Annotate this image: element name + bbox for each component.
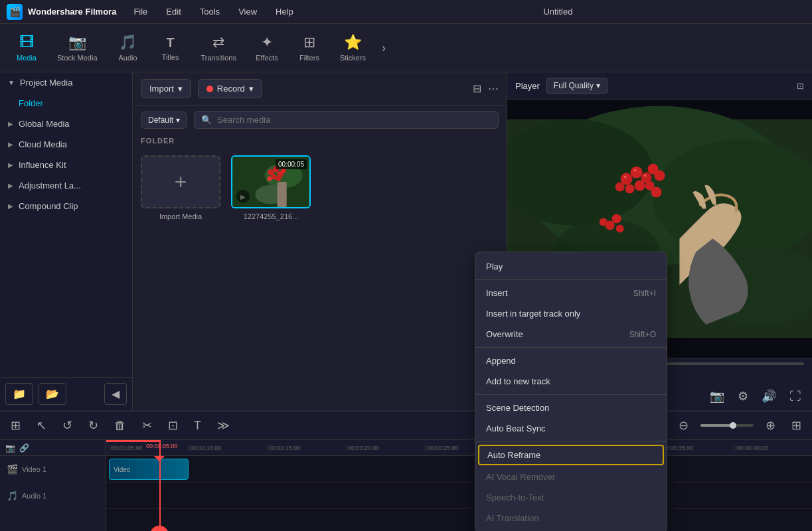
list-item[interactable]: 00:00:05 ▶ 12274255_216... xyxy=(231,155,311,220)
filters-icon: ⊞ xyxy=(303,34,315,51)
timeline-red-bar xyxy=(106,440,159,442)
more-options-icon[interactable]: ⋯ xyxy=(488,82,499,95)
filter-icon[interactable]: ⊟ xyxy=(473,82,481,95)
menu-tools[interactable]: Tools xyxy=(196,4,224,19)
timeline-select-button[interactable]: ↖ xyxy=(33,416,50,435)
toolbar-transitions[interactable]: ⇄ Transitions xyxy=(193,29,244,67)
timeline-zoom-out-button[interactable]: ⊖ xyxy=(675,416,692,435)
timeline-redo-button[interactable]: ↻ xyxy=(84,416,102,435)
ctx-scene-detection[interactable]: Scene Detection xyxy=(475,398,667,418)
toolbar-transitions-label: Transitions xyxy=(201,54,236,62)
folder-select-chevron: ▾ xyxy=(176,115,180,125)
toolbar-stock-media[interactable]: 📷 Stock Media xyxy=(49,29,106,67)
toolbar-filters[interactable]: ⊞ Filters xyxy=(289,29,329,67)
timeline-text-button[interactable]: T xyxy=(190,416,205,435)
ctx-auto-reframe[interactable]: Auto Reframe xyxy=(478,445,664,465)
sidebar-label-folder: Folder xyxy=(19,98,43,108)
sidebar-label-global-media: Global Media xyxy=(19,119,70,129)
timeline-grid-button[interactable]: ⊞ xyxy=(7,416,25,435)
menu-help[interactable]: Help xyxy=(272,4,297,19)
player-extra-icon[interactable]: ⊡ xyxy=(797,81,804,91)
ctx-auto-beat-sync-label: Auto Beat Sync xyxy=(486,423,546,433)
import-button[interactable]: Import ▾ xyxy=(141,79,191,98)
sidebar-label-influence-kit: Influence Kit xyxy=(19,160,66,170)
svg-point-34 xyxy=(600,218,608,226)
toolbar-audio[interactable]: 🎵 Audio xyxy=(108,29,148,67)
menu-edit[interactable]: Edit xyxy=(162,4,185,19)
quality-select[interactable]: Full Quality ▾ xyxy=(546,78,608,94)
timeline-transform-button[interactable]: ⊡ xyxy=(164,416,182,435)
ctx-add-new-track[interactable]: Add to new track xyxy=(475,371,667,392)
import-chevron-icon: ▾ xyxy=(178,84,183,94)
timeline-more-button[interactable]: ≫ xyxy=(213,416,234,435)
toolbar-titles[interactable]: T Titles xyxy=(151,30,191,66)
toolbar: 🎞 Media 📷 Stock Media 🎵 Audio T Titles ⇄… xyxy=(0,24,812,72)
track-video-content: Video xyxy=(106,456,507,483)
ruler-mark-2: 00:00:10:00 xyxy=(188,445,267,451)
sidebar-item-influence-kit[interactable]: ▶ Influence Kit xyxy=(0,155,132,175)
settings-button[interactable]: ⚙ xyxy=(735,386,751,406)
timeline-delete-button[interactable]: 🗑 xyxy=(110,416,130,435)
new-folder-button[interactable]: 📁 xyxy=(5,383,33,405)
sidebar-item-cloud-media[interactable]: ▶ Cloud Media xyxy=(0,134,132,155)
import-media-thumb[interactable]: + xyxy=(141,155,220,208)
video-clip[interactable]: Video xyxy=(109,459,189,480)
app-logo-icon: 🎬 xyxy=(7,4,23,20)
ctx-overwrite-shortcut: Shift+O xyxy=(629,330,656,339)
timeline-layout-button[interactable]: ⊞ xyxy=(787,416,805,435)
ctx-insert-target[interactable]: Insert in target track only xyxy=(475,303,667,324)
timeline-undo-button[interactable]: ↺ xyxy=(58,416,76,435)
search-input-wrap: 🔍 xyxy=(194,111,499,129)
collapse-sidebar-button[interactable]: ◀ xyxy=(104,383,127,405)
volume-button[interactable]: 🔊 xyxy=(759,386,779,406)
menu-file[interactable]: File xyxy=(129,4,151,19)
toolbar-stickers[interactable]: ⭐ Stickers xyxy=(332,29,374,67)
menu-view[interactable]: View xyxy=(234,4,261,19)
record-button[interactable]: Record ▾ xyxy=(198,79,262,98)
ctx-speech-to-text-label: Speech-to-Text xyxy=(486,493,544,502)
sidebar-item-folder[interactable]: Folder xyxy=(0,93,132,114)
import-folder-button[interactable]: 📂 xyxy=(39,383,66,405)
ctx-append-label: Append xyxy=(486,356,516,366)
window-title: Untitled xyxy=(311,7,805,17)
ctx-play-label: Play xyxy=(486,262,503,271)
zoom-slider[interactable] xyxy=(700,424,754,427)
sidebar-item-compound-clip[interactable]: ▶ Compound Clip xyxy=(0,196,132,216)
sidebar-item-adjustment[interactable]: ▶ Adjustment La... xyxy=(0,175,132,196)
snapshot-button[interactable]: 📷 xyxy=(707,386,727,406)
toolbar-more[interactable]: › xyxy=(376,36,391,60)
ctx-insert[interactable]: Insert Shift+I xyxy=(475,283,667,303)
list-item[interactable]: + Import Media xyxy=(141,155,220,220)
timeline-zoom-in-button[interactable]: ⊕ xyxy=(762,416,779,435)
svg-point-26 xyxy=(624,176,627,179)
svg-point-20 xyxy=(625,185,635,194)
svg-point-6 xyxy=(267,177,272,182)
toolbar-effects[interactable]: ✦ Effects xyxy=(247,29,287,67)
video-clip-label: Video xyxy=(114,466,130,473)
fullscreen-button[interactable]: ⛶ xyxy=(787,387,804,406)
link-icon[interactable]: 🔗 xyxy=(19,443,29,453)
sidebar-item-project-media[interactable]: ▼ Project Media xyxy=(0,72,132,93)
ruler-mark-4: 00:00:20:00 xyxy=(346,445,425,451)
ctx-scene-detection-label: Scene Detection xyxy=(486,403,549,413)
add-icon: + xyxy=(175,170,187,194)
ctx-auto-beat-sync[interactable]: Auto Beat Sync xyxy=(475,418,667,439)
track-row-audio: 🎵 Audio 1 xyxy=(0,483,106,509)
add-track-icon[interactable]: 📷 xyxy=(5,443,15,453)
ctx-play[interactable]: Play xyxy=(475,256,667,277)
record-label: Record xyxy=(217,84,245,94)
ctx-overwrite[interactable]: Overwrite Shift+O xyxy=(475,324,667,344)
titles-icon: T xyxy=(166,35,174,50)
video-thumb[interactable]: 00:00:05 ▶ xyxy=(231,155,311,208)
ctx-append[interactable]: Append xyxy=(475,350,667,371)
folder-select[interactable]: Default ▾ xyxy=(141,112,187,129)
toolbar-media[interactable]: 🎞 Media xyxy=(7,29,46,67)
timeline-section: ⊞ ↖ ↺ ↻ 🗑 ✂ ⊡ T ≫ ⊕ ⬆ ⊖ ⊕ ⊞ xyxy=(0,410,812,531)
zoom-handle[interactable] xyxy=(730,422,736,429)
search-input[interactable] xyxy=(217,115,491,125)
app-logo: 🎬 Wondershare Filmora xyxy=(7,4,116,20)
ctx-add-new-track-label: Add to new track xyxy=(486,376,550,386)
chevron-right-icon-cloud: ▶ xyxy=(8,141,13,148)
sidebar-item-global-media[interactable]: ▶ Global Media xyxy=(0,114,132,134)
timeline-scissors-button[interactable]: ✂ xyxy=(138,416,156,435)
